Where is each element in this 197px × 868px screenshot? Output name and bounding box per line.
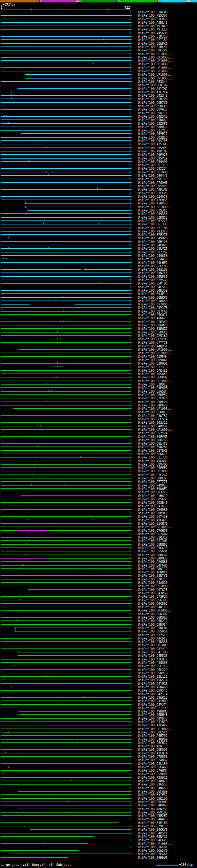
hit-label[interactable]: UniRef100_C5GQ11 — [138, 313, 167, 316]
hit-label[interactable]: UniRef100_Q4VJT4 — [138, 703, 167, 706]
hit-label[interactable]: UniRef100_Q16X01 — [138, 845, 167, 849]
hit-row[interactable]: UniRef100_Q9S7P5 — [0, 139, 197, 143]
hit-label[interactable]: UniRef100_B1CNY1 — [138, 522, 167, 525]
hit-row[interactable]: UniRef100_Q9S9P9 — [0, 146, 197, 150]
hit-row[interactable]: UniRef100_Q2I164 — [0, 38, 197, 41]
hit-label[interactable]: UniRef100_C5E1D0 — [138, 797, 167, 800]
hit-row[interactable]: UniRef100_B6K675 — [0, 452, 197, 456]
hit-label[interactable]: UniRef100_C4L150 — [138, 762, 167, 766]
hit-row[interactable]: UniRef100_P46800 — [0, 661, 197, 664]
hit-row[interactable]: UniRef100_B3BF24 — [0, 400, 197, 404]
hit-label[interactable]: UniRef100_Q41K19 — [138, 504, 167, 508]
hit-row[interactable]: UniRef100_O18640 — [0, 299, 197, 303]
hit-label[interactable]: UniRef100_Q755S3 — [138, 755, 167, 758]
hit-label[interactable]: UniRef100_A1CW29 — [138, 519, 167, 522]
hit-label[interactable]: UniRef100_Q5D869 — [138, 118, 167, 122]
hit-label[interactable]: UniRef100_Q8LVZ6 — [138, 247, 167, 250]
hit-label[interactable]: UniRef100_B7T1N0 — [138, 226, 167, 230]
hit-row[interactable]: UniRef100_B0Y459 — [0, 515, 197, 518]
hit-label[interactable]: UniRef100_B4DNZ3 — [138, 779, 167, 783]
hit-label[interactable]: UniRef100_Q6DIH7 — [138, 84, 167, 87]
hit-row[interactable]: UniRef100_Q6BH48 — [0, 713, 197, 716]
hit-label[interactable]: UniRef100_B8M9X5 — [138, 512, 167, 515]
hit-label[interactable]: UniRef100_A9P1M7 — [138, 188, 167, 191]
hit-label[interactable]: UniRef100_A9RL45 — [138, 21, 167, 24]
hit-label[interactable]: UniRef100_Q59545 — [138, 689, 167, 692]
hit-row[interactable]: UniRef100_A8Q263 — [0, 807, 197, 811]
hit-row[interactable]: UniRef100_B9N284 — [0, 445, 197, 448]
hit-label[interactable]: UniRef100_A4S6H8 — [138, 31, 167, 35]
hit-row[interactable]: UniRef100_A9YTH2 — [0, 87, 197, 91]
hit-label[interactable]: UniRef100_B4HDW0 — [138, 856, 167, 859]
hit-row[interactable]: UniRef100_Q4Y419 — [0, 647, 197, 651]
hit-label[interactable]: UniRef100_UP1000... — [138, 63, 173, 66]
hit-label[interactable]: UniRef100_C0H7C9 — [138, 101, 167, 104]
hit-label[interactable]: UniRef100_Q6C592 — [138, 602, 167, 606]
hit-label[interactable]: UniRef100_Q5D054 — [138, 623, 167, 626]
hit-label[interactable]: UniRef100_UP1000... — [138, 842, 173, 845]
hit-row[interactable]: UniRef100_C4L150 — [0, 762, 197, 766]
hit-row[interactable]: UniRef100_P49026 — [0, 237, 197, 240]
hit-row[interactable]: UniRef100_C4WT57 — [0, 414, 197, 417]
hit-row[interactable]: UniRef100_Q9P605 — [0, 386, 197, 390]
hit-label[interactable]: UniRef100_UP1000... — [138, 351, 173, 355]
hit-row[interactable]: UniRef100_A7LHT7 — [0, 658, 197, 661]
hit-row[interactable]: UniRef100_A9V847 — [0, 717, 197, 720]
hit-label[interactable]: UniRef100_B0Y459 — [138, 515, 167, 518]
hit-label[interactable]: UniRef100_Q2I164 — [138, 38, 167, 41]
hit-row[interactable]: UniRef100_Q4PM32 — [0, 557, 197, 560]
hit-label[interactable]: UniRef100_Q6CN17 — [138, 741, 167, 745]
hit-row[interactable]: UniRef100_Q39336 — [0, 212, 197, 216]
hit-row[interactable]: UniRef100_B4QKV5 — [0, 828, 197, 831]
hit-label[interactable]: UniRef100_C1MJ10 — [138, 35, 167, 38]
hit-label[interactable]: UniRef100_Q56J90 — [138, 598, 167, 602]
hit-label[interactable]: UniRef100_B5E460 — [138, 766, 167, 769]
hit-row[interactable]: UniRef100_UP1000... — [0, 348, 197, 351]
hit-label[interactable]: UniRef100_A9TNV3 — [138, 24, 167, 28]
hit-row[interactable]: UniRef100_P25307 — [0, 14, 197, 17]
hit-row[interactable]: UniRef100_UP1000... — [0, 609, 197, 612]
hit-row[interactable]: UniRef100_P93340 — [0, 230, 197, 233]
hit-row[interactable]: UniRef100_A4S6H8 — [0, 31, 197, 35]
hit-row[interactable]: UniRef100_C0S6G5 — [0, 498, 197, 501]
hit-label[interactable]: UniRef100_P25307 — [138, 14, 167, 17]
hit-label[interactable]: UniRef100_C4YBT9 — [138, 720, 167, 723]
hit-label[interactable]: UniRef100_Q2U215 — [138, 578, 167, 581]
hit-label[interactable]: UniRef100_C4JP68 — [138, 591, 167, 595]
hit-row[interactable]: UniRef100_Q9W711 — [0, 112, 197, 115]
hit-label[interactable]: UniRef100_C4QP69 — [138, 738, 167, 741]
hit-label[interactable]: UniRef100_Q6U212 — [138, 619, 167, 623]
hit-label[interactable]: UniRef100_Q8J2Z5 — [138, 491, 167, 494]
hit-label[interactable]: UniRef100_Q87FA6 — [138, 310, 167, 313]
hit-row[interactable]: UniRef100_Q25189 — [0, 334, 197, 338]
hit-label[interactable]: UniRef100_B4I7B0 — [138, 651, 167, 654]
hit-label[interactable]: UniRef100_B7S365 — [138, 209, 167, 212]
hit-label[interactable]: UniRef100_B3RWZ7 — [138, 327, 167, 331]
hit-row[interactable]: UniRef100_C1MJ10 — [0, 35, 197, 38]
hit-row[interactable]: UniRef100_C1C2G1 — [0, 473, 197, 477]
hit-row[interactable]: UniRef100_A2I3W1 — [0, 539, 197, 542]
hit-label[interactable]: UniRef100_UP1000... — [138, 428, 173, 431]
hit-label[interactable]: UniRef100_A5DAG8 — [138, 685, 167, 689]
hit-label[interactable]: UniRef100_Q5UUC3 — [138, 410, 167, 414]
hit-label[interactable]: UniRef100_C5YY24 — [138, 431, 167, 435]
hit-label[interactable]: UniRef100_B3IE32 — [138, 793, 167, 797]
hit-label[interactable]: UniRef100_C3ZQF5 — [138, 122, 167, 125]
hit-row[interactable]: UniRef100_B8BD72 — [0, 125, 197, 129]
hit-label[interactable]: UniRef100_A9V847 — [138, 717, 167, 720]
hit-row[interactable]: UniRef100_Q5UUC3 — [0, 410, 197, 414]
hit-row[interactable]: UniRef100_Q59545 — [0, 689, 197, 692]
hit-label[interactable]: UniRef100_B8NTV5 — [138, 574, 167, 577]
hit-row[interactable]: UniRef100_C3KHC5 — [0, 216, 197, 219]
hit-label[interactable]: UniRef100_A7T775 — [138, 480, 167, 484]
hit-label[interactable]: UniRef100_Q4PM32 — [138, 557, 167, 560]
hit-label[interactable]: UniRef100_UP1000... — [138, 303, 173, 306]
hit-label[interactable]: UniRef100_C9E2R1 — [138, 49, 167, 52]
hit-label[interactable]: UniRef100_C1H819 — [138, 494, 167, 498]
hit-label[interactable]: UniRef100_O18640 — [138, 299, 167, 303]
hit-row[interactable]: UniRef100_A0P926 — [0, 153, 197, 156]
hit-row[interactable]: UniRef100_Q39836 — [0, 254, 197, 257]
hit-label[interactable]: UniRef100_P49026 — [138, 237, 167, 240]
hit-row[interactable]: UniRef100_Q95V19 — [0, 157, 197, 160]
hit-row[interactable]: UniRef100_C8BLQ5 — [0, 477, 197, 480]
